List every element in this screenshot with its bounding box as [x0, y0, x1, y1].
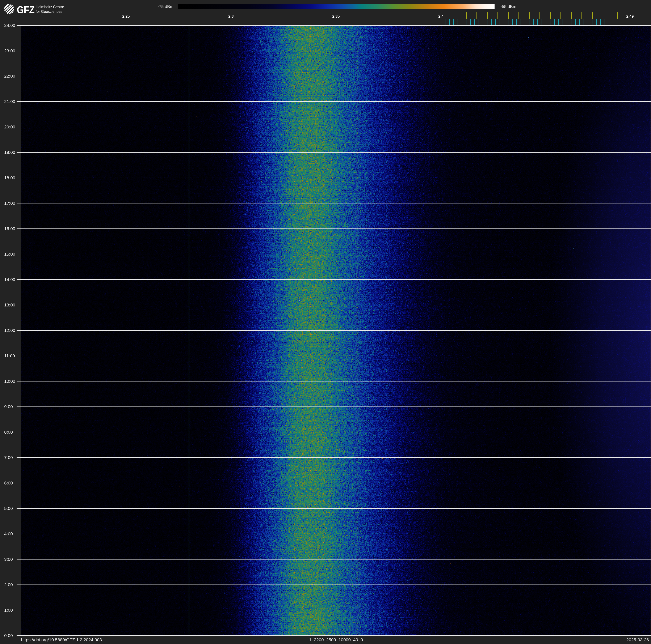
svg-text:for Geosciences: for Geosciences	[36, 9, 62, 14]
svg-text:GFZ: GFZ	[17, 4, 35, 16]
svg-text:Helmholtz Centre: Helmholtz Centre	[36, 5, 64, 9]
